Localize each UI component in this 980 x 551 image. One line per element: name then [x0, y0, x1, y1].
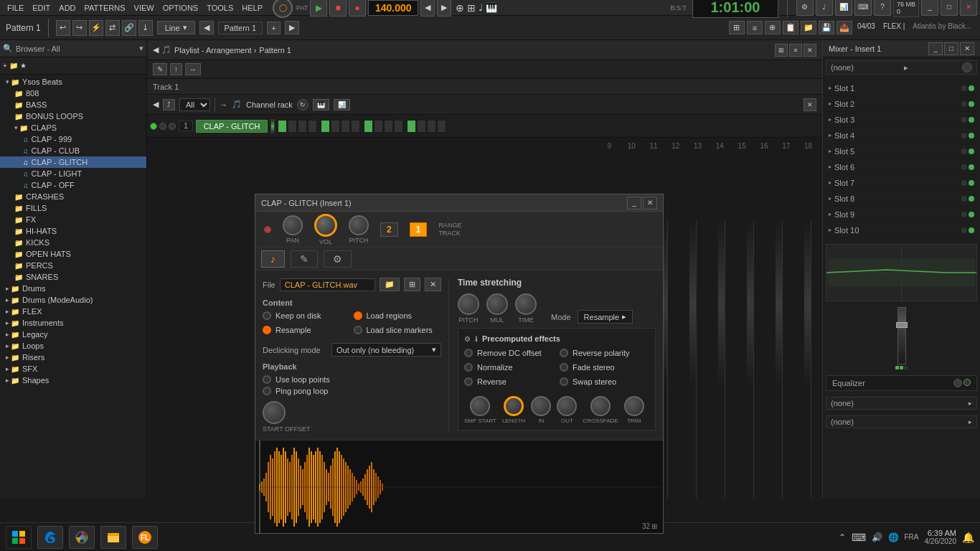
pattern-tool-5[interactable]: 🔗: [122, 20, 136, 36]
send-slot-2[interactable]: (none) ▸: [826, 415, 977, 428]
browser-item-kicks[interactable]: 📁 KICKS: [0, 237, 146, 248]
step-3[interactable]: [298, 120, 307, 133]
mixer-slot-7[interactable]: ▸ Slot 7: [826, 175, 977, 191]
add-channel-btn[interactable]: ⊕: [456, 2, 464, 14]
menu-edit[interactable]: EDIT: [28, 0, 55, 15]
fader-13[interactable]: [718, 221, 725, 498]
minimize-icon[interactable]: _: [921, 0, 938, 16]
pattern-tool-3[interactable]: ⚡: [89, 20, 103, 36]
use-loop-radio[interactable]: [263, 375, 271, 384]
browser-item-flex[interactable]: ▸ 📁 FLEX: [0, 306, 146, 317]
slot-led-green-6[interactable]: [969, 164, 974, 170]
ts-pitch-knob[interactable]: [458, 293, 479, 315]
remove-dc-radio[interactable]: [464, 349, 473, 357]
browser-expand[interactable]: ▾: [139, 44, 143, 53]
step-15[interactable]: [427, 120, 436, 133]
browser-item-fx[interactable]: 📁 FX: [0, 214, 146, 225]
ts-mode-dropdown[interactable]: Resample ▸: [578, 310, 633, 324]
settings-icon[interactable]: ⚙: [796, 0, 814, 16]
clock[interactable]: 6:39 AM 4/26/2020: [925, 529, 957, 545]
menu-options[interactable]: OPTIONS: [159, 0, 203, 15]
browser-item-shapes[interactable]: ▸ 📁 Shapes: [0, 375, 146, 386]
play-button[interactable]: ▶: [310, 0, 327, 17]
tempo-knob[interactable]: ◯: [273, 0, 293, 18]
step-4[interactable]: [308, 120, 317, 133]
step-16[interactable]: [437, 120, 446, 133]
slot-led-green-8[interactable]: [969, 196, 974, 202]
browser-item-drums[interactable]: ▸ 📁 Drums: [0, 283, 146, 294]
file-name[interactable]: CLAP - GLITCH.wav: [280, 278, 375, 291]
menu-add[interactable]: ADD: [55, 0, 80, 15]
browser-item-fills[interactable]: 📁 FILLS: [0, 202, 146, 214]
browser-item-hihats[interactable]: 📁 HI-HATS: [0, 225, 146, 237]
slot-led-6[interactable]: [961, 164, 967, 170]
pattern-nav-right[interactable]: ▶: [285, 21, 299, 34]
file-open-btn[interactable]: 📁: [380, 278, 400, 291]
toolbar-icon-1[interactable]: ⊞: [729, 21, 745, 34]
toolbar-icon-7[interactable]: 📤: [837, 21, 852, 34]
browser-item-loops[interactable]: ▸ 📁 Loops: [0, 340, 146, 352]
se-minimize[interactable]: _: [627, 197, 641, 209]
pl-tool3[interactable]: ↔: [185, 63, 201, 75]
mixer-close[interactable]: ✕: [960, 42, 974, 55]
menu-patterns[interactable]: PATTERNS: [80, 0, 130, 15]
ts-mul-knob[interactable]: [486, 293, 508, 315]
toolbar-icon-4[interactable]: 📋: [783, 21, 798, 34]
menu-view[interactable]: VIEW: [130, 0, 159, 15]
send-slot-1[interactable]: (none) ▸: [826, 397, 977, 410]
edge-button[interactable]: [37, 526, 63, 549]
browser-item-bonusloops[interactable]: 📁 BONUS LOOPS: [0, 110, 146, 122]
precomp-tool[interactable]: ⚙: [464, 335, 471, 343]
cr-arrow[interactable]: →: [220, 100, 227, 109]
step-11[interactable]: [384, 120, 393, 133]
fader-handle[interactable]: [896, 322, 908, 328]
browser-item-clap999[interactable]: ♫ CLAP - 999: [0, 133, 146, 145]
slot-led-green-3[interactable]: [969, 117, 974, 123]
start-offset-knob[interactable]: [263, 401, 286, 424]
keyboard-icon[interactable]: ⌨: [854, 0, 872, 16]
playlist-btn2[interactable]: ≡: [789, 44, 802, 57]
slot-led-1[interactable]: [961, 85, 967, 91]
piano-icon[interactable]: 🎹: [486, 2, 497, 13]
vol-knob[interactable]: [314, 214, 337, 237]
start-button[interactable]: [6, 526, 32, 549]
menu-tools[interactable]: TOOLS: [202, 0, 237, 15]
browser-item-crashes[interactable]: 📁 CRASHES: [0, 191, 146, 202]
tab-waveform[interactable]: ♪: [261, 250, 285, 268]
cpu-icon[interactable]: 📊: [835, 0, 852, 16]
cr-close[interactable]: ✕: [804, 98, 816, 111]
mixer-knob-small[interactable]: [962, 62, 972, 72]
tray-network[interactable]: 🌐: [888, 532, 899, 542]
mixer-slot-2[interactable]: ▸ Slot 2: [826, 96, 977, 112]
length-knob[interactable]: [504, 396, 524, 416]
browser-item-clapclub[interactable]: ♫ CLAP - CLUB: [0, 145, 146, 156]
browser-btn-folder[interactable]: 📁: [9, 62, 18, 70]
pattern-tool-2[interactable]: ↪: [72, 20, 87, 36]
browser-item-clapoff[interactable]: ♫ CLAP - OFF: [0, 179, 146, 191]
ts-time-knob[interactable]: [515, 293, 537, 315]
tray-notification[interactable]: 🔔: [962, 532, 974, 543]
menu-help[interactable]: HELP: [237, 0, 267, 15]
step-10[interactable]: [374, 120, 383, 133]
browser-item-openhats[interactable]: 📁 OPEN HATS: [0, 248, 146, 260]
slot-led-8[interactable]: [961, 196, 967, 202]
playlist-back[interactable]: ◀: [153, 45, 159, 55]
slot-led-green-9[interactable]: [969, 212, 974, 217]
playlist-close[interactable]: ✕: [804, 44, 816, 57]
slot-led-green-4[interactable]: [969, 133, 974, 138]
step-14[interactable]: [417, 120, 426, 133]
metronome-icon[interactable]: ♩: [816, 0, 833, 16]
browser-item-percs[interactable]: 📁 PERCS: [0, 260, 146, 271]
slot-led-10[interactable]: [961, 227, 967, 233]
pattern-next[interactable]: ▶: [437, 0, 451, 17]
pattern-tool-1[interactable]: ↩: [56, 20, 70, 36]
mixer-slot-6[interactable]: ▸ Slot 6: [826, 159, 977, 175]
eq-knob[interactable]: [953, 379, 962, 387]
load-regions-radio[interactable]: [354, 311, 362, 320]
slot-led-2[interactable]: [961, 101, 967, 107]
step-13[interactable]: [407, 120, 416, 133]
pan-knob[interactable]: [283, 215, 303, 235]
tab-settings[interactable]: ⚙: [324, 250, 352, 268]
channel-mute-led[interactable]: [159, 123, 166, 130]
close-icon[interactable]: ✕: [960, 0, 977, 16]
